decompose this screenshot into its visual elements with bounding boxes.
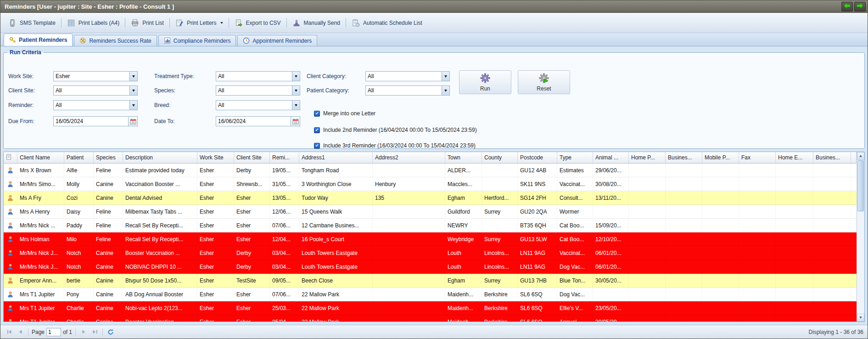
cell: SL6 6SQ: [518, 288, 557, 301]
tab-reminders-success-rate[interactable]: Reminders Success Rate: [74, 35, 157, 46]
row-icon-column-header[interactable]: [4, 152, 17, 164]
column-header[interactable]: Patient: [64, 152, 94, 164]
patient-category-select[interactable]: All: [365, 85, 450, 96]
column-header[interactable]: Client Site: [234, 152, 270, 164]
column-header[interactable]: Type: [557, 152, 593, 164]
cell: Canine: [94, 177, 123, 191]
cell: [813, 246, 851, 260]
column-header[interactable]: Busines...: [813, 152, 851, 164]
forward-arrow-button[interactable]: [854, 2, 866, 11]
cell: Surrey: [482, 232, 518, 246]
cell: Mrs X Brown: [17, 164, 64, 177]
chevron-down-icon[interactable]: [442, 72, 449, 81]
chevron-down-icon[interactable]: [292, 86, 300, 95]
column-header[interactable]: Species: [94, 152, 123, 164]
treatment-type-select[interactable]: All: [216, 71, 300, 81]
table-row[interactable]: Mrs T1 JupiterCharlieCanineBooster Vacci…: [4, 315, 857, 322]
run-button[interactable]: Run: [459, 70, 511, 94]
work-site-select[interactable]: Esher: [53, 71, 138, 81]
calendar-icon[interactable]: [291, 117, 300, 126]
next-page-button[interactable]: [79, 328, 88, 337]
manually-send-button[interactable]: Manually Send: [289, 17, 343, 29]
table-row[interactable]: Mr/Mrs Nick J...NotchCanineNOBIVAC DHPPI…: [4, 260, 857, 274]
column-header[interactable]: Description: [123, 152, 197, 164]
chevron-down-icon[interactable]: [292, 101, 300, 110]
column-header[interactable]: Fax: [739, 152, 776, 164]
toolbar-button-label: Print Letters: [187, 20, 217, 26]
table-row[interactable]: Mrs T1 JupiterCharlieCanineNobi-vac Lept…: [4, 301, 857, 315]
table-row[interactable]: Mr/Mrs Nick J...NotchCanineBooster Vacci…: [4, 246, 857, 260]
last-page-button[interactable]: [90, 328, 99, 337]
column-header[interactable]: Home E...: [776, 152, 813, 164]
table-row[interactable]: Ms A FryCoziCanineDental AdvisedEsherEsh…: [4, 191, 857, 205]
species-select[interactable]: All: [216, 85, 300, 96]
print-list-button[interactable]: Print List: [128, 17, 167, 29]
breed-select[interactable]: All: [216, 100, 300, 110]
scroll-down-button[interactable]: [857, 314, 864, 322]
column-header[interactable]: Animal ...: [593, 152, 629, 164]
client-icon-cell: [4, 219, 17, 232]
column-header[interactable]: Address1: [299, 152, 373, 164]
due-from-date-field[interactable]: 16/05/2024: [53, 116, 138, 126]
sms-template-button[interactable]: SMS Template: [5, 17, 59, 29]
export-csv-button[interactable]: Export to CSV: [231, 17, 284, 29]
reminder-select[interactable]: All: [53, 100, 138, 110]
cell: Estimate provided today: [123, 164, 197, 177]
column-header[interactable]: Town: [445, 152, 482, 164]
column-header[interactable]: Remi...: [270, 152, 299, 164]
reset-button[interactable]: Reset: [518, 70, 570, 94]
include-2nd-reminder-checkbox[interactable]: ✔ Include 2nd Reminder (16/04/2024 00:00…: [314, 127, 477, 133]
grid-scroll-area: Client NamePatientSpeciesDescriptionWork…: [4, 152, 857, 322]
cell: [666, 246, 702, 260]
column-header[interactable]: Address2: [373, 152, 445, 164]
back-arrow-button[interactable]: [841, 2, 853, 11]
automatic-schedule-list-button[interactable]: Automatic Schedule List: [348, 17, 426, 29]
tab-compliance-reminders[interactable]: Compliance Reminders: [158, 35, 236, 46]
table-row[interactable]: Mr/Mrs Simo...MollyCanineVaccination Boo…: [4, 177, 857, 191]
chevron-down-icon[interactable]: [129, 72, 137, 81]
chevron-down-icon[interactable]: [292, 72, 300, 81]
date-to-date-field[interactable]: 16/06/2024: [216, 116, 300, 126]
table-row[interactable]: Mrs HolmanMiloFelineRecall Set By Recept…: [4, 232, 857, 246]
prev-page-button[interactable]: [16, 328, 25, 337]
tab-appointment-reminders[interactable]: Appointment Reminders: [237, 35, 317, 46]
first-page-button[interactable]: [5, 328, 14, 337]
column-header[interactable]: Work Site: [197, 152, 234, 164]
scrollbar-thumb[interactable]: [857, 160, 864, 211]
due-from-label: Due From:: [8, 116, 34, 126]
print-letters-button[interactable]: Print Letters: [172, 17, 226, 29]
cell: [813, 315, 851, 322]
chevron-down-icon[interactable]: [129, 86, 137, 95]
tab-patient-reminders[interactable]: Patient Reminders: [4, 34, 73, 46]
cell: [666, 205, 702, 219]
person-orange: [7, 277, 14, 284]
include-3rd-reminder-checkbox[interactable]: ✔ Include 3rd Reminder (16/03/2024 00:00…: [314, 142, 476, 149]
client-site-select[interactable]: All: [53, 85, 138, 96]
client-category-select[interactable]: All: [365, 71, 450, 81]
chevron-down-icon[interactable]: [129, 101, 137, 110]
table-row[interactable]: Mrs T1 JupiterPonyCanineAB Dog Annual Bo…: [4, 288, 857, 301]
table-row[interactable]: Mr/Mrs Nick ...PaddyFelineRecall Set By …: [4, 219, 857, 232]
column-header[interactable]: Home P...: [629, 152, 666, 164]
column-header[interactable]: Client Name: [17, 152, 64, 164]
column-header[interactable]: Postcode: [518, 152, 557, 164]
column-header[interactable]: Mobile P...: [702, 152, 739, 164]
column-header[interactable]: Busines...: [666, 152, 702, 164]
calendar-icon[interactable]: [128, 117, 137, 126]
table-row[interactable]: Mrs X BrownAlfieFelineEstimate provided …: [4, 164, 857, 177]
cell: Nobi-vac Lepto 2(123...: [123, 301, 197, 315]
merge-one-letter-checkbox[interactable]: ✔ Merge into one Letter: [314, 110, 375, 117]
tab-label: Reminders Success Rate: [89, 38, 151, 44]
page-number-input[interactable]: [46, 328, 61, 336]
chevron-down-icon[interactable]: [442, 86, 449, 95]
scroll-up-button[interactable]: [857, 152, 864, 160]
vertical-scrollbar[interactable]: [857, 152, 864, 322]
print-labels-button[interactable]: Print Labels (A4): [64, 17, 123, 29]
cell: Surrey: [482, 274, 518, 288]
cell: Lincolns...: [482, 246, 518, 260]
refresh-button[interactable]: [106, 328, 115, 337]
table-row[interactable]: Mrs A HenryDaisyFelineMilbemax Tasty Tab…: [4, 205, 857, 219]
cell: [666, 288, 702, 301]
table-row[interactable]: Emperor Ann...bertieCanineBtvpur 50 Dose…: [4, 274, 857, 288]
column-header[interactable]: County: [482, 152, 518, 164]
